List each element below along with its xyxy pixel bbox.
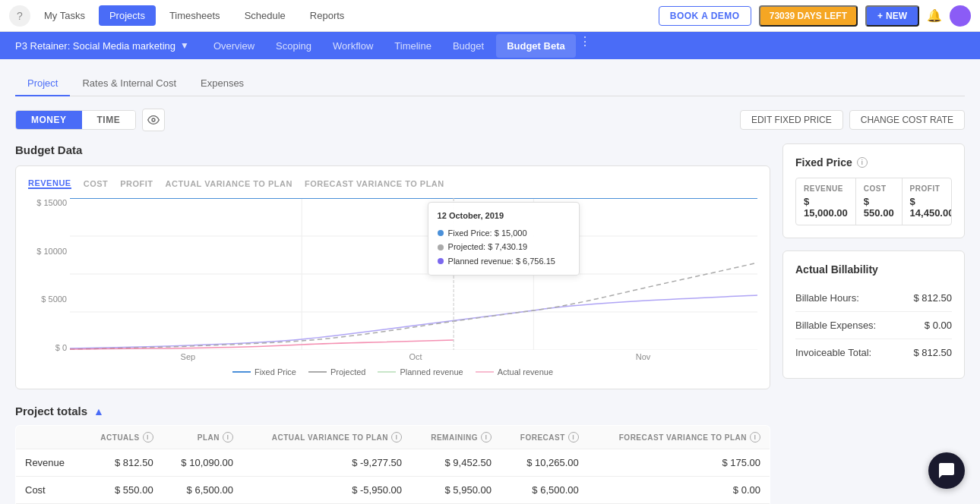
chart-tabs: REVENUE COST PROFIT ACTUAL VARIANCE TO P… bbox=[28, 178, 757, 189]
tab-expenses[interactable]: Expenses bbox=[188, 71, 256, 96]
remaining-info-icon[interactable]: i bbox=[481, 432, 492, 443]
chart-tab-forecast-variance[interactable]: FORECAST VARIANCE TO PLAN bbox=[305, 179, 444, 188]
y-axis-labels: $ 15000 $ 10000 $ 5000 $ 0 bbox=[26, 198, 67, 352]
chart-tooltip: 12 October, 2019 Fixed Price: $ 15,000 P… bbox=[428, 202, 580, 276]
row-revenue-actual-variance: $ -9,277.50 bbox=[242, 449, 411, 477]
project-nav-budget[interactable]: Budget bbox=[442, 34, 495, 58]
fp-cost-cell: COST $ 550.00 bbox=[856, 178, 903, 225]
legend-line-actual bbox=[476, 371, 494, 373]
plan-info-icon[interactable]: i bbox=[223, 432, 233, 443]
nav-timesheets[interactable]: Timesheets bbox=[159, 5, 231, 26]
days-left-button[interactable]: 73039 DAYS LEFT bbox=[759, 5, 858, 27]
fixed-price-title: Fixed Price i bbox=[795, 156, 952, 169]
row-cost-plan: $ 6,500.00 bbox=[163, 477, 242, 504]
chart-tab-cost[interactable]: COST bbox=[84, 179, 109, 188]
row-cost-label: Cost bbox=[16, 477, 82, 504]
chart-container: $ 15000 $ 10000 $ 5000 $ 0 12 October, 2… bbox=[70, 198, 757, 352]
th-plan-label: PLAN i bbox=[172, 432, 233, 443]
notifications-bell-icon[interactable]: 🔔 bbox=[927, 8, 942, 23]
legend-planned-revenue: Planned revenue bbox=[378, 367, 463, 376]
edit-fixed-price-button[interactable]: EDIT FIXED PRICE bbox=[740, 110, 843, 130]
forecast-info-icon[interactable]: i bbox=[568, 432, 579, 443]
project-nav-scoping[interactable]: Scoping bbox=[265, 34, 322, 58]
row-revenue-plan: $ 10,090.00 bbox=[163, 449, 242, 477]
billable-hours-row: Billable Hours: $ 812.50 bbox=[795, 285, 952, 312]
project-name[interactable]: P3 Retainer: Social Media marketing ▼ bbox=[9, 40, 195, 52]
fixed-price-card: Fixed Price i REVENUE $ 15,000.00 COST $… bbox=[782, 143, 965, 238]
project-nav-overview[interactable]: Overview bbox=[203, 34, 265, 58]
tooltip-row-2: Projected: $ 7,430.19 bbox=[438, 240, 570, 254]
more-options-icon[interactable]: ⋮ bbox=[579, 34, 591, 58]
top-navigation: ? My Tasks Projects Timesheets Schedule … bbox=[0, 0, 980, 32]
legend-line-fixed bbox=[232, 371, 251, 373]
row-cost-remaining: $ 5,950.00 bbox=[411, 477, 501, 504]
toggle-row: MONEY TIME EDIT FIXED PRICE CHANGE COST … bbox=[15, 109, 965, 131]
project-totals-section: Project totals ▲ ACTUALS i bbox=[15, 405, 770, 504]
budget-data-section: Budget Data REVENUE COST PROFIT ACTUAL V… bbox=[15, 143, 770, 389]
new-button[interactable]: + NEW bbox=[865, 5, 919, 27]
nav-reports[interactable]: Reports bbox=[299, 5, 356, 26]
row-revenue-forecast-variance: $ 175.00 bbox=[588, 449, 770, 477]
project-nav-timeline[interactable]: Timeline bbox=[384, 34, 442, 58]
svg-point-0 bbox=[152, 118, 155, 121]
user-avatar[interactable] bbox=[950, 5, 971, 27]
fixed-price-info-icon[interactable]: i bbox=[857, 157, 868, 168]
totals-header: Project totals ▲ bbox=[15, 405, 770, 417]
chart-tab-profit[interactable]: PROFIT bbox=[120, 179, 153, 188]
th-forecast-label: FORECAST i bbox=[510, 432, 579, 443]
money-time-toggle: MONEY TIME bbox=[15, 110, 136, 130]
x-axis-labels: Sep Oct Nov bbox=[28, 352, 757, 361]
tab-project[interactable]: Project bbox=[15, 71, 70, 96]
th-forecast-variance: FORECAST VARIANCE TO PLAN i bbox=[588, 426, 770, 449]
chart-svg bbox=[70, 198, 757, 350]
budget-data-title: Budget Data bbox=[15, 143, 770, 156]
visibility-toggle-button[interactable] bbox=[142, 109, 165, 131]
tooltip-row-3: Planned revenue: $ 6,756.15 bbox=[438, 254, 570, 269]
time-toggle-button[interactable]: TIME bbox=[82, 111, 136, 129]
invoiceable-total-row: Invoiceable Total: $ 812.50 bbox=[795, 339, 952, 366]
project-nav-budget-beta[interactable]: Budget Beta bbox=[496, 34, 576, 58]
money-toggle-button[interactable]: MONEY bbox=[16, 111, 82, 129]
legend-line-projected bbox=[308, 371, 327, 373]
row-cost-forecast: $ 6,500.00 bbox=[501, 477, 588, 504]
change-cost-rate-button[interactable]: CHANGE COST RATE bbox=[849, 110, 965, 130]
project-totals-title: Project totals bbox=[15, 405, 87, 417]
project-nav-workflow[interactable]: Workflow bbox=[322, 34, 384, 58]
tab-rates[interactable]: Rates & Internal Cost bbox=[70, 71, 188, 96]
project-navigation: Overview Scoping Workflow Timeline Budge… bbox=[203, 34, 591, 58]
fp-profit-cell: PROFIT $ 14,450.00 bbox=[903, 178, 952, 225]
actual-variance-info-icon[interactable]: i bbox=[391, 432, 402, 443]
forecast-variance-info-icon[interactable]: i bbox=[750, 432, 760, 443]
nav-schedule[interactable]: Schedule bbox=[234, 5, 296, 26]
nav-projects[interactable]: Projects bbox=[99, 5, 156, 26]
th-actual-variance: ACTUAL VARIANCE TO PLAN i bbox=[242, 426, 411, 449]
chat-button[interactable] bbox=[928, 452, 965, 489]
nav-my-tasks[interactable]: My Tasks bbox=[33, 5, 96, 26]
actuals-info-icon[interactable]: i bbox=[143, 432, 153, 443]
th-remaining: REMAINING i bbox=[411, 426, 501, 449]
th-empty bbox=[16, 426, 82, 449]
th-forecast-variance-label: FORECAST VARIANCE TO PLAN i bbox=[597, 432, 760, 443]
chart-tab-actual-variance[interactable]: ACTUAL VARIANCE TO PLAN bbox=[166, 179, 292, 188]
table-row: Cost $ 550.00 $ 6,500.00 $ -5,950.00 $ 5… bbox=[16, 477, 770, 504]
row-cost-actual-variance: $ -5,950.00 bbox=[242, 477, 411, 504]
row-cost-forecast-variance: $ 0.00 bbox=[588, 477, 770, 504]
th-remaining-label: REMAINING i bbox=[420, 432, 492, 443]
row-cost-actuals: $ 550.00 bbox=[82, 477, 163, 504]
page-tabs: Project Rates & Internal Cost Expenses bbox=[15, 71, 965, 96]
billability-title: Actual Billability bbox=[795, 263, 952, 276]
row-revenue-remaining: $ 9,452.50 bbox=[411, 449, 501, 477]
fixed-price-values: REVENUE $ 15,000.00 COST $ 550.00 PROFIT… bbox=[795, 178, 952, 225]
chart-tab-revenue[interactable]: REVENUE bbox=[28, 178, 71, 189]
book-demo-button[interactable]: BOOK A DEMO bbox=[659, 6, 751, 26]
page-content: Project Rates & Internal Cost Expenses M… bbox=[0, 59, 980, 504]
top-actions: EDIT FIXED PRICE CHANGE COST RATE bbox=[740, 110, 965, 130]
th-actuals: ACTUALS i bbox=[82, 426, 163, 449]
right-column: Fixed Price i REVENUE $ 15,000.00 COST $… bbox=[782, 143, 965, 504]
collapse-totals-button[interactable]: ▲ bbox=[93, 405, 104, 417]
chart-card: REVENUE COST PROFIT ACTUAL VARIANCE TO P… bbox=[15, 165, 770, 389]
row-revenue-label: Revenue bbox=[16, 449, 82, 477]
tooltip-row-1: Fixed Price: $ 15,000 bbox=[438, 226, 570, 241]
help-icon[interactable]: ? bbox=[9, 5, 30, 27]
legend-projected: Projected bbox=[308, 367, 365, 376]
